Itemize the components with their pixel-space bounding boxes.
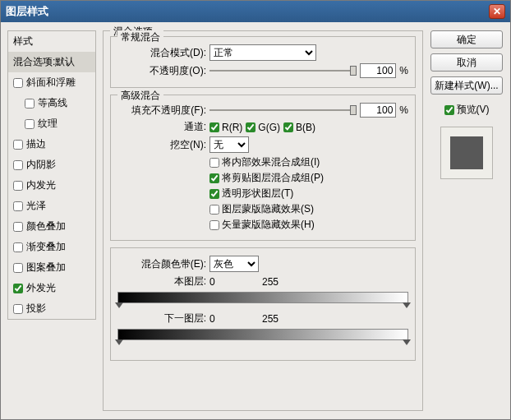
fill-opacity-label: 填充不透明度(F): <box>117 104 206 118</box>
cancel-button[interactable]: 取消 <box>430 53 503 72</box>
style-label: 图案叠加 <box>26 261 66 275</box>
style-checkbox[interactable] <box>13 284 23 293</box>
channel-r-checkbox[interactable] <box>209 122 219 132</box>
style-label: 内阴影 <box>26 158 56 172</box>
style-label: 内发光 <box>26 178 56 192</box>
style-item-10[interactable]: 外发光 <box>8 278 95 298</box>
underlying-min: 0 <box>209 313 259 325</box>
adv-opt-1-label: 将剪贴图层混合成组(P) <box>222 171 324 185</box>
style-checkbox[interactable] <box>13 78 23 88</box>
window-title: 图层样式 <box>6 4 48 19</box>
underlying-max: 255 <box>262 313 279 325</box>
channel-b-checkbox[interactable] <box>283 122 293 132</box>
style-checkbox[interactable] <box>13 181 23 191</box>
opacity-label: 不透明度(O): <box>117 64 206 78</box>
style-checkbox[interactable] <box>25 99 35 108</box>
adv-opt-1-checkbox[interactable] <box>209 173 219 183</box>
general-blending-group: 常规混合 混合模式(D): 正常 不透明度(O): % <box>110 36 416 88</box>
this-layer-min: 0 <box>209 276 259 288</box>
style-item-9[interactable]: 图案叠加 <box>8 257 95 278</box>
style-item-2[interactable]: 纹理 <box>8 113 95 134</box>
style-label: 纹理 <box>38 117 58 131</box>
opacity-slider[interactable] <box>209 64 357 77</box>
close-button[interactable]: ✕ <box>489 4 505 19</box>
style-checkbox[interactable] <box>13 160 23 170</box>
percent-label: % <box>399 65 408 76</box>
style-item-7[interactable]: 颜色叠加 <box>8 216 95 237</box>
styles-panel: 样式 混合选项:默认 斜面和浮雕 等高线 纹理 描边 内阴影 内发光 光泽 颜色… <box>7 30 96 411</box>
preview-swatch <box>440 127 493 179</box>
style-checkbox[interactable] <box>25 119 35 129</box>
fill-opacity-slider[interactable] <box>209 104 357 117</box>
style-checkbox[interactable] <box>13 242 23 252</box>
preview-checkbox[interactable] <box>444 105 454 115</box>
blend-if-select[interactable]: 灰色 <box>209 256 259 272</box>
general-title: 常规混合 <box>117 30 163 44</box>
style-label: 光泽 <box>26 199 46 213</box>
adv-opt-0-checkbox[interactable] <box>209 158 219 168</box>
style-label: 投影 <box>26 302 46 316</box>
style-label: 描边 <box>26 137 46 151</box>
style-item-0[interactable]: 斜面和浮雕 <box>8 72 95 93</box>
style-checkbox[interactable] <box>13 201 23 211</box>
styles-header: 样式 <box>8 31 95 52</box>
blending-options-panel: 混合选项 常规混合 混合模式(D): 正常 不透明度(O): <box>103 30 423 411</box>
blend-if-label: 混合颜色带(E): <box>117 257 206 271</box>
style-item-5[interactable]: 内发光 <box>8 175 95 196</box>
style-item-8[interactable]: 渐变叠加 <box>8 237 95 257</box>
adv-opt-4-checkbox[interactable] <box>209 220 219 230</box>
adv-opt-2-label: 透明形状图层(T) <box>222 187 293 201</box>
style-label: 斜面和浮雕 <box>26 76 76 90</box>
blend-mode-select[interactable]: 正常 <box>209 44 316 61</box>
preview-label: 预览(V) <box>457 103 490 117</box>
style-checkbox[interactable] <box>13 263 23 273</box>
style-label: 外发光 <box>26 281 56 295</box>
titlebar: 图层样式 ✕ <box>1 1 510 22</box>
layer-style-dialog: 图层样式 ✕ 样式 混合选项:默认 斜面和浮雕 等高线 纹理 描边 内阴影 内发… <box>0 0 511 420</box>
adv-opt-3-checkbox[interactable] <box>209 205 219 215</box>
action-panel: 确定 取消 新建样式(W)... 预览(V) <box>430 30 504 411</box>
knockout-label: 挖空(N): <box>117 138 206 152</box>
style-label: 等高线 <box>38 96 67 110</box>
adv-opt-2-checkbox[interactable] <box>209 189 219 199</box>
style-item-3[interactable]: 描边 <box>8 134 95 155</box>
style-item-1[interactable]: 等高线 <box>8 93 95 113</box>
style-item-6[interactable]: 光泽 <box>8 196 95 216</box>
style-checkbox[interactable] <box>13 222 23 232</box>
knockout-select[interactable]: 无 <box>209 136 249 153</box>
underlying-label: 下一图层: <box>117 312 206 325</box>
new-style-button[interactable]: 新建样式(W)... <box>430 76 503 95</box>
style-item-11[interactable]: 投影 <box>8 298 95 319</box>
adv-opt-0-label: 将内部效果混合成组(I) <box>222 155 320 169</box>
this-layer-label: 本图层: <box>117 275 206 288</box>
style-blending-options[interactable]: 混合选项:默认 <box>8 52 95 72</box>
close-icon: ✕ <box>493 6 501 17</box>
percent-label: % <box>399 104 408 116</box>
style-checkbox[interactable] <box>13 304 23 314</box>
advanced-title: 高级混合 <box>117 89 163 103</box>
adv-opt-3-label: 图层蒙版隐藏效果(S) <box>222 202 314 216</box>
style-item-4[interactable]: 内阴影 <box>8 155 95 175</box>
channels-label: 通道: <box>117 120 206 134</box>
underlying-gradient[interactable] <box>117 329 408 340</box>
style-checkbox[interactable] <box>13 140 23 150</box>
adv-opt-4-label: 矢量蒙版隐藏效果(H) <box>222 218 315 232</box>
ok-button[interactable]: 确定 <box>430 30 503 48</box>
opacity-input[interactable] <box>360 63 396 78</box>
channel-g-checkbox[interactable] <box>246 122 256 132</box>
style-label: 颜色叠加 <box>26 219 66 233</box>
this-layer-max: 255 <box>262 276 279 288</box>
blend-mode-label: 混合模式(D): <box>117 46 206 60</box>
style-label: 渐变叠加 <box>26 240 66 254</box>
blend-if-group: 混合颜色带(E): 灰色 本图层: 0 255 下一图层: <box>110 247 416 361</box>
fill-opacity-input[interactable] <box>360 103 396 118</box>
this-layer-gradient[interactable] <box>117 292 408 303</box>
advanced-blending-group: 高级混合 填充不透明度(F): % 通道: R(R) G(G) B(B) <box>110 95 416 241</box>
